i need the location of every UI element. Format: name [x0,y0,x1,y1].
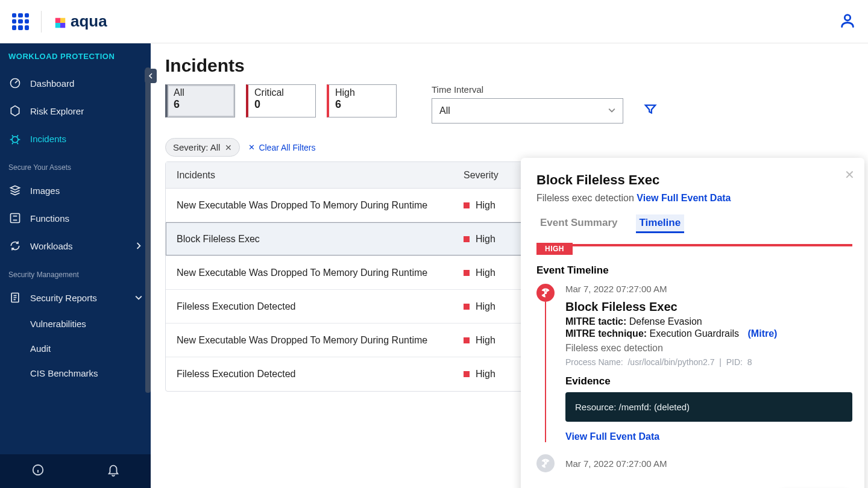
sidebar-item-workloads[interactable]: Workloads [0,232,151,260]
cell-incident-name: New Executable Was Dropped To Memory Dur… [166,335,453,346]
sidebar-item-risk-explorer[interactable]: Risk Explorer [0,97,151,125]
chevron-down-icon [135,293,142,303]
close-icon: ✕ [248,143,255,152]
svg-rect-3 [11,214,20,223]
sidebar-subitem-cis-benchmarks[interactable]: CIS Benchmarks [0,361,151,386]
doc-icon [8,291,22,304]
view-full-event-link[interactable]: View Full Event Data [637,193,731,203]
info-icon[interactable] [31,463,45,479]
card-label: High [335,87,390,98]
tab-event-summary[interactable]: Event Summary [536,214,621,233]
severity-dot-icon [464,337,470,343]
card-label: Critical [254,87,309,98]
severity-dot-icon [464,202,470,208]
cell-incident-name: Fileless Execution Detected [166,301,453,312]
severity-dot-icon [464,304,470,310]
logo-mark-icon [54,15,67,28]
clear-label: Clear All Filters [259,143,315,152]
close-icon[interactable]: ✕ [844,167,855,182]
severity-card-all[interactable]: All 6 [165,84,235,117]
chevron-down-icon [608,105,615,116]
cell-incident-name: Fileless Execution Detected [166,369,453,380]
radiation-icon [536,454,555,472]
view-full-event-link[interactable]: View Full Event Data [565,431,852,442]
brand-logo[interactable]: aqua [54,12,107,31]
user-icon[interactable] [839,12,856,31]
mitre-technique: MITRE technique: Execution Guardrails (M… [565,328,852,339]
sidebar-item-images[interactable]: Images [0,177,151,204]
page-title: Incidents [165,55,854,76]
time-interval-select[interactable]: All [432,98,623,124]
group-label-assets: Secure Your Assets [0,152,151,177]
section-title: WORKLOAD PROTECTION [0,52,151,69]
svg-point-0 [844,14,850,20]
severity-dot-icon [464,371,470,377]
card-count: 6 [174,98,228,111]
sidebar-item-security-reports[interactable]: Security Reports [0,284,151,311]
sidebar-footer [0,454,151,488]
apps-menu-icon[interactable] [12,13,29,30]
bug-icon [8,132,22,145]
sidebar-collapse-button[interactable] [145,69,157,83]
hex-icon [8,104,22,117]
nav-label: Incidents [30,134,66,144]
sidebar-item-dashboard[interactable]: Dashboard [0,69,151,97]
event-description: Fileless exec detection [565,343,852,354]
sidebar-subitem-audit[interactable]: Audit [0,336,151,361]
filter-chip-severity[interactable]: Severity: All ✕ [165,138,240,157]
stack-icon [8,184,22,197]
evidence-box: Resource: /memfd: (deleted) [565,392,852,422]
fn-icon [8,211,22,225]
chip-label: Severity: All [173,142,220,152]
timeline-rail [536,284,555,442]
chip-remove-icon[interactable]: ✕ [225,143,232,152]
loop-icon [8,239,22,252]
gauge-icon [8,77,22,90]
nav-label: Security Reports [30,293,97,303]
topbar: aqua [0,0,868,43]
card-count: 0 [254,98,309,111]
svg-point-2 [12,137,18,143]
select-value: All [439,105,450,116]
nav-label: Functions [30,213,69,224]
nav-label: Workloads [30,241,73,251]
event-timestamp: Mar 7, 2022 07:27:00 AM [565,284,852,294]
event-timestamp: Mar 7, 2022 07:27:00 AM [565,458,667,469]
divider [41,11,42,33]
card-label: All [174,87,228,98]
sidebar-item-incidents[interactable]: Incidents [0,125,151,152]
sidebar-scrollbar[interactable] [145,43,151,488]
radiation-icon [536,284,555,302]
panel-subtitle: Fileless exec detection View Full Event … [536,193,852,204]
severity-badge: HIGH [536,243,573,255]
main-content: Incidents All 6 Critical 0 High 6 Time I… [151,43,868,488]
severity-card-high[interactable]: High 6 [327,84,397,117]
panel-title: Block Fileless Exec [536,172,852,188]
clear-all-filters-button[interactable]: ✕ Clear All Filters [248,143,315,152]
filter-icon[interactable] [644,102,657,118]
cell-incident-name: Block Fileless Exec [166,234,453,245]
event-timeline-title: Event Timeline [536,264,852,277]
cell-incident-name: New Executable Was Dropped To Memory Dur… [166,200,453,211]
sidebar-item-functions[interactable]: Functions [0,204,151,232]
evidence-title: Evidence [565,375,852,387]
bell-icon[interactable] [107,463,120,479]
event-meta: Process Name: /usr/local/bin/python2.7 |… [565,357,852,367]
card-count: 6 [335,98,390,111]
severity-dot-icon [464,270,470,276]
tab-timeline[interactable]: Timeline [636,214,685,233]
nav-label: Risk Explorer [30,106,84,116]
severity-bar: HIGH [536,244,852,246]
severity-card-critical[interactable]: Critical 0 [246,84,316,117]
time-interval-label: Time Interval [432,84,623,95]
nav-label: Images [30,186,60,196]
sidebar-subitem-vulnerabilities[interactable]: Vulnerabilities [0,311,151,336]
group-label-security: Security Management [0,260,151,284]
mitre-link[interactable]: (Mitre) [748,328,778,339]
cell-incident-name: New Executable Was Dropped To Memory Dur… [166,267,453,278]
event-title: Block Fileless Exec [565,300,852,314]
column-incidents[interactable]: Incidents [166,170,453,181]
nav-label: Dashboard [30,78,74,89]
sidebar: WORKLOAD PROTECTION Dashboard Risk Explo… [0,43,151,488]
mitre-tactic: MITRE tactic: Defense Evasion [565,316,852,327]
